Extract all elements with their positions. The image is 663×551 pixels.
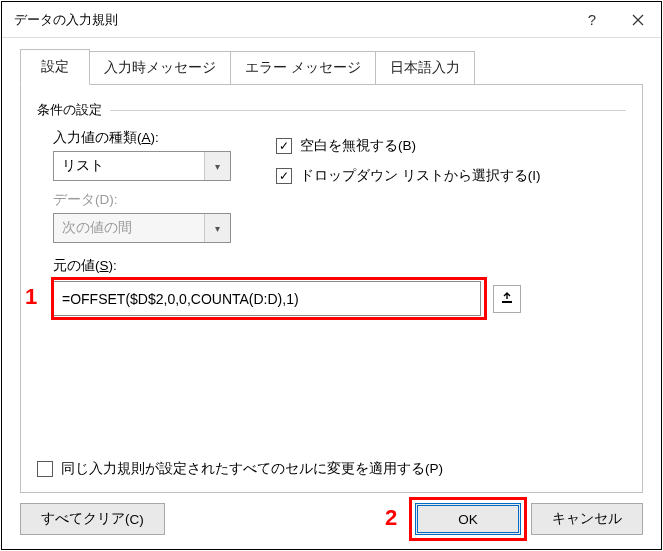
clear-all-button[interactable]: すべてクリア(C) [20,503,165,535]
group-validation-criteria: 条件の設定 [37,101,626,119]
ignore-blank-checkbox[interactable]: ✓ [276,138,292,154]
chevron-down-icon: ▾ [215,161,220,172]
tab-ime[interactable]: 日本語入力 [376,51,475,85]
data-select-value: 次の値の間 [54,219,204,237]
chevron-down-icon: ▾ [215,223,220,234]
apply-changes-checkbox[interactable] [37,461,53,477]
help-button[interactable]: ? [569,2,615,38]
allow-select-value: リスト [54,157,204,175]
source-input-wrap: 1 [53,281,626,316]
tab-input-message[interactable]: 入力時メッセージ [90,51,231,85]
close-button[interactable] [615,2,661,38]
allow-select-button[interactable]: ▾ [204,152,230,180]
tab-error-alert[interactable]: エラー メッセージ [231,51,376,85]
titlebar: データの入力規則 ? [2,2,661,38]
allow-select[interactable]: リスト ▾ [53,151,231,181]
in-cell-dropdown-checkbox[interactable]: ✓ [276,168,292,184]
ok-button-wrap: 2 OK [415,503,521,535]
annotation-2: 2 [385,505,397,531]
range-selector-button[interactable] [493,285,521,313]
dialog-footer: すべてクリア(C) 2 OK キャンセル [2,493,661,549]
tab-settings[interactable]: 設定 [20,49,90,85]
ignore-blank-label: 空白を無視する(B) [300,137,416,155]
apply-changes-label: 同じ入力規則が設定されたすべてのセルに変更を適用する(P) [61,460,443,478]
source-input[interactable] [53,281,481,316]
ignore-blank-row[interactable]: ✓ 空白を無視する(B) [276,137,541,155]
cancel-button[interactable]: キャンセル [531,503,643,535]
group-rule [110,110,626,111]
svg-rect-0 [502,301,512,303]
dialog-window: データの入力規則 ? 設定 入力時メッセージ エラー メッセージ 日本語入力 条… [1,1,662,550]
in-cell-dropdown-row[interactable]: ✓ ドロップダウン リストから選択する(I) [276,167,541,185]
data-select-button: ▾ [204,214,230,242]
source-row: 元の値(S): [53,257,626,275]
annotation-1: 1 [25,284,37,310]
close-icon [632,14,644,26]
in-cell-dropdown-label: ドロップダウン リストから選択する(I) [300,167,541,185]
checkbox-group: ✓ 空白を無視する(B) ✓ ドロップダウン リストから選択する(I) [276,137,541,197]
source-label: 元の値(S): [53,257,626,275]
apply-changes-row[interactable]: 同じ入力規則が設定されたすべてのセルに変更を適用する(P) [37,460,443,478]
window-title: データの入力規則 [14,11,569,29]
data-row: データ(D): 次の値の間 ▾ [53,191,626,243]
tab-panel-settings: 条件の設定 入力値の種類(A): リスト ▾ データ(D): 次の値の間 ▾ [20,84,643,493]
group-label: 条件の設定 [37,101,102,119]
data-select: 次の値の間 ▾ [53,213,231,243]
dialog-body: 設定 入力時メッセージ エラー メッセージ 日本語入力 条件の設定 入力値の種類… [2,38,661,493]
range-selector-icon [500,292,514,306]
ok-button[interactable]: OK [415,503,521,535]
tab-strip: 設定 入力時メッセージ エラー メッセージ 日本語入力 [20,51,643,85]
